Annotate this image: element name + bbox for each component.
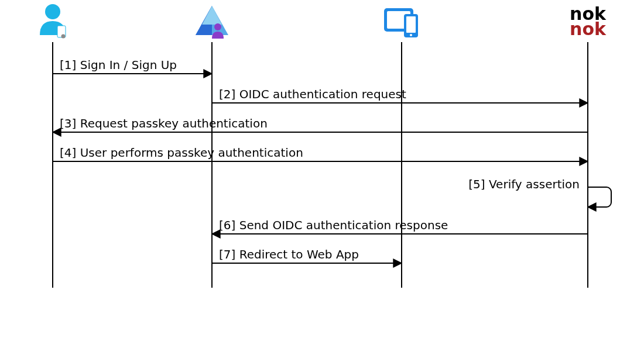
svg-point-0 — [45, 4, 60, 19]
message-7: [7] Redirect to Web App — [212, 247, 402, 263]
svg-rect-10 — [406, 16, 416, 33]
user-icon — [40, 4, 66, 39]
message-5: [5] Verify assertion — [468, 177, 611, 207]
message-label-1: [1] Sign In / Sign Up — [60, 58, 177, 72]
message-1: [1] Sign In / Sign Up — [53, 58, 212, 74]
noknok-logo-bottom: nok — [570, 19, 607, 39]
svg-point-2 — [61, 35, 66, 39]
message-2: [2] OIDC authentication request — [212, 87, 588, 103]
message-label-5: [5] Verify assertion — [468, 177, 580, 191]
svg-marker-5 — [202, 6, 222, 25]
message-label-6: [6] Send OIDC authentication response — [219, 218, 448, 232]
svg-point-6 — [214, 23, 221, 30]
message-label-2: [2] OIDC authentication request — [219, 87, 406, 101]
noknok-logo-icon: nok nok — [570, 4, 607, 39]
message-label-4: [4] User performs passkey authentication — [60, 146, 303, 160]
svg-point-11 — [410, 34, 412, 36]
device-icon — [384, 8, 418, 37]
message-label-7: [7] Redirect to Web App — [219, 247, 359, 261]
sequence-diagram: nok nok [1] Sign In / Sign Up[2] OIDC au… — [0, 0, 644, 338]
message-label-3: [3] Request passkey authentication — [60, 116, 268, 130]
identity-provider-icon — [196, 6, 228, 39]
message-6: [6] Send OIDC authentication response — [212, 218, 588, 234]
message-4: [4] User performs passkey authentication — [53, 146, 588, 161]
message-3: [3] Request passkey authentication — [53, 116, 588, 132]
